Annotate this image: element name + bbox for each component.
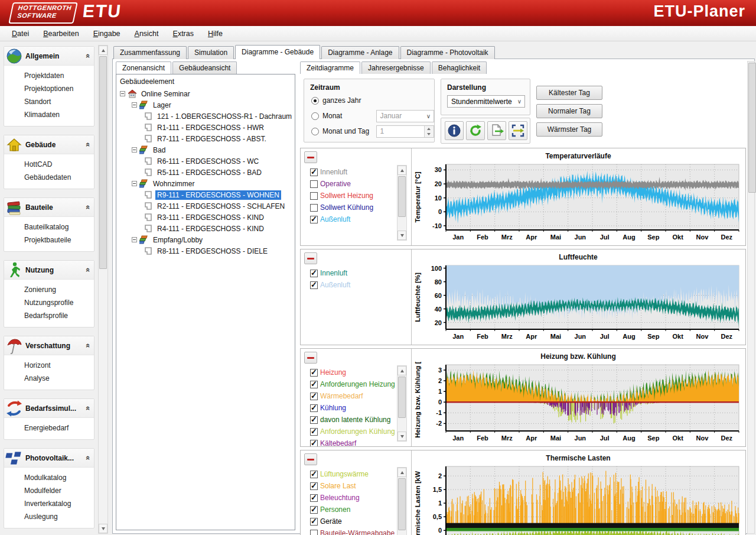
sidebar-item-gebäudedaten[interactable]: Gebäudedaten [4,171,94,184]
sidebar-item-standort[interactable]: Standort [4,95,94,108]
tab-zusammenfassung[interactable]: Zusammenfassung [113,46,187,59]
radio-monat[interactable] [311,112,319,120]
sidebar-group-header-verschattung[interactable]: Verschattung« [4,336,94,355]
legend-checkbox-solare-last[interactable] [310,482,318,490]
tab-behaglichkeit[interactable]: Behaglichkeit [432,61,487,74]
sidebar-item-zonierung[interactable]: Zonierung [4,283,94,296]
legend-checkbox-wärmebedarf[interactable] [310,393,318,400]
tree-row-121-1-obergeschoss-r1-dachraum[interactable]: 121 - 1.OBERGESCHOSS-R1 - Dachraum [116,111,295,122]
legend-checkbox-davon-latente-kühlung[interactable] [310,416,318,424]
scroll-down-icon[interactable] [397,432,406,441]
sidebar-item-nutzungsprofile[interactable]: Nutzungsprofile [4,296,94,309]
legend-checkbox-innenluft[interactable] [310,168,318,176]
tab-zonenansicht[interactable]: Zonenansicht [116,61,171,74]
tree-collapse-icon[interactable] [132,237,137,242]
tab-gebäudeansicht[interactable]: Gebäudeansicht [172,61,237,74]
remove-chart-button[interactable] [304,151,317,163]
sidebar-item-projektbauteile[interactable]: Projektbauteile [4,234,94,247]
legend-checkbox-außenluft[interactable] [310,281,318,289]
spinner-down-icon[interactable] [425,131,434,137]
legend-checkbox-sollwert-heizung[interactable] [310,192,318,200]
tree-row-bad[interactable]: Bad [116,144,295,155]
sidebar-item-auslegung[interactable]: Auslegung [4,510,94,523]
legend-checkbox-sollwert-kühlung[interactable] [310,204,318,212]
right-panel-scrollbar[interactable] [747,61,755,534]
tab-diagramme-gebäude[interactable]: Diagramme - Gebäude [235,45,320,59]
tree-collapse-icon[interactable] [120,91,125,96]
tree-row-r2-111-erdgeschoss-schlafen[interactable]: R2-111 - ERDGESCHOSS - SCHLAFEN [116,200,295,212]
sidebar-item-bauteilkatalog[interactable]: Bauteilkatalog [4,221,94,234]
legend-checkbox-innenluft[interactable] [310,270,318,277]
legend-checkbox-außenluft[interactable] [310,216,318,223]
remove-chart-button[interactable] [304,453,317,465]
tree-row-r4-111-erdgeschoss-kind[interactable]: R4-111 - ERDGESCHOSS - KIND [116,223,295,234]
waermster-tag-button[interactable]: Wärmster Tag [536,122,602,137]
monat-dropdown[interactable]: Januar ∨ [376,110,435,122]
remove-chart-button[interactable] [304,352,317,364]
sidebar-item-inverterkatalog[interactable]: Inverterkatalog [4,497,94,510]
tree-row-r3-111-erdgeschoss-kind[interactable]: R3-111 - ERDGESCHOSS - KIND [116,212,295,223]
scroll-down-icon[interactable] [99,524,107,533]
sidebar-item-energiebedarf[interactable]: Energiebedarf [4,421,94,435]
legend-checkbox-operative[interactable] [310,180,318,188]
legend-checkbox-anforderungen-kühlung[interactable] [310,428,318,436]
fit-view-button[interactable] [509,121,527,140]
sidebar-group-header-gebäude[interactable]: Gebäude« [4,135,94,154]
sidebar-group-header-photovoltaik[interactable]: Photovoltaik...« [4,449,94,468]
sidebar-item-bedarfsprofile[interactable]: Bedarfsprofile [4,309,94,322]
scroll-down-icon[interactable] [397,231,406,240]
refresh-button[interactable] [466,121,485,140]
collapse-chevron-icon[interactable]: « [84,406,93,410]
tree-row-r9-111-erdgeschoss-wohnen[interactable]: R9-111 - ERDGESCHOSS - WOHNEN [116,189,295,200]
tree-row-r6-111-erdgeschoss-wc[interactable]: R6-111 - ERDGESCHOSS - WC [116,155,295,167]
sidebar-item-analyse[interactable]: Analyse [4,372,94,385]
normaler-tag-button[interactable]: Normaler Tag [536,104,602,118]
menu-ansicht[interactable]: Ansicht [128,28,166,40]
legend-checkbox-anforderungen-heizung[interactable] [310,381,318,388]
collapse-chevron-icon[interactable]: « [84,343,93,348]
sidebar-item-hottcad[interactable]: HottCAD [4,158,94,171]
tree-row-r8-111-erdgeschoss-diele[interactable]: R8-111 - ERDGESCHOSS - DIELE [116,245,295,257]
kaeltester-tag-button[interactable]: Kältester Tag [536,86,602,100]
legend-scrollbar[interactable] [397,165,407,241]
tree-collapse-icon[interactable] [132,181,137,186]
scrollbar-thumb[interactable] [99,56,107,269]
tree-collapse-icon[interactable] [132,147,137,153]
info-button[interactable] [445,121,464,140]
sidebar-item-projektdaten[interactable]: Projektdaten [4,69,94,82]
collapse-chevron-icon[interactable]: « [84,142,93,147]
tree-row-lager[interactable]: Lager [116,99,295,111]
scrollbar-thumb[interactable] [398,176,406,217]
tab-zeitdiagramme[interactable]: Zeitdiagramme [300,61,360,74]
menu-eingabe[interactable]: Eingabe [86,28,128,40]
sidebar-item-modulfelder[interactable]: Modulfelder [4,484,94,497]
collapse-chevron-icon[interactable]: « [84,456,93,460]
radio-ganzes-jahr[interactable] [311,97,319,105]
scroll-up-icon[interactable] [397,468,406,477]
tab-jahresergebnisse[interactable]: Jahresergebnisse [361,61,431,74]
legend-checkbox-beleuchtung[interactable] [310,494,318,502]
spinner-up-icon[interactable] [425,126,434,132]
scrollbar-thumb[interactable] [398,478,406,530]
legend-checkbox-bauteile-wärmeabgabe[interactable] [310,530,318,535]
sidebar-group-header-allgemein[interactable]: Allgemein« [4,47,94,66]
menu-hilfe[interactable]: Hilfe [201,28,230,40]
scroll-up-icon[interactable] [99,46,107,55]
tree-row-wohnzimmer[interactable]: Wohnzimmer [116,178,295,189]
tree-row-r5-111-erdgeschoss-bad[interactable]: R5-111 - ERDGESCHOSS - BAD [116,167,295,178]
darstellung-dropdown[interactable]: Stundenmittelwerte ∨ [447,95,525,108]
collapse-chevron-icon[interactable]: « [84,54,93,58]
menu-bearbeiten[interactable]: Bearbeiten [36,28,86,40]
tree-row-r7-111-erdgeschoss-abst[interactable]: R7-111 - ERDGESCHOSS - ABST. [116,133,295,144]
legend-checkbox-heizung[interactable] [310,369,318,377]
legend-scrollbar[interactable] [397,365,407,442]
radio-monat-und-tag[interactable] [311,128,319,135]
sidebar-group-header-bauteile[interactable]: Bauteile« [4,198,94,217]
tree-row-r1-111-erdgeschoss-hwr[interactable]: R1-111 - ERDGESCHOSS - HWR [116,122,295,133]
scrollbar-thumb[interactable] [398,377,406,418]
scroll-up-icon[interactable] [397,366,406,375]
sidebar-item-projektoptionen[interactable]: Projektoptionen [4,82,94,95]
sidebar-scrollbar[interactable] [98,45,108,534]
legend-checkbox-personen[interactable] [310,506,318,514]
tree-row-online-seminar[interactable]: Online Seminar [116,88,295,99]
